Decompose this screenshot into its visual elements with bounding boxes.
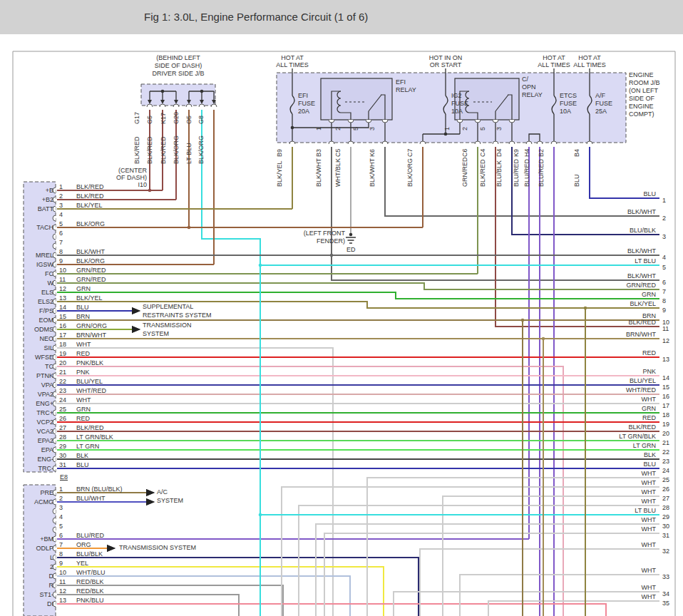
engine-room-jb-label: (ON LEFT xyxy=(629,87,658,95)
wire-color-label: LT BLU xyxy=(567,507,656,515)
right-edge-pin-number: 1 xyxy=(662,197,666,205)
pin-number: 16 xyxy=(59,322,66,330)
pin-number: 5 xyxy=(59,523,63,530)
wire-color-label: BLK/ORG xyxy=(76,220,105,228)
wire-color-label: YEL xyxy=(76,560,88,568)
wire-color-label: GRN xyxy=(76,406,91,414)
jb-pin-id: G8 xyxy=(197,115,205,124)
system-ref-label: SYSTEM xyxy=(143,330,169,338)
right-edge-pin-number: 23 xyxy=(662,458,669,466)
connector-id-e8: E8 xyxy=(60,473,68,481)
system-ref-label: SUPPLEMENTAL xyxy=(143,303,193,311)
connector-arc-icon xyxy=(537,141,543,144)
system-ref-arrow-icon xyxy=(132,307,140,314)
pin-name: L xyxy=(20,554,53,562)
pin-name: VCA2 xyxy=(20,428,53,436)
system-ref-arrow-icon xyxy=(107,545,115,552)
wire-color-label: WHT xyxy=(567,488,656,496)
relay-pin-number: 3 xyxy=(495,127,503,130)
pin-number: 13 xyxy=(59,597,66,605)
connector-arc-icon xyxy=(526,141,532,144)
connector-arc-icon xyxy=(160,104,165,107)
junction-dot xyxy=(349,233,353,237)
wire-color-label: PNK/BLU xyxy=(76,597,104,605)
pin-number: 17 xyxy=(59,332,66,339)
wire-color-label: BLK/YEL xyxy=(76,202,103,210)
wire-color-label: WHT xyxy=(567,593,656,601)
connector-arc-icon xyxy=(289,141,295,144)
pin-name: EPA xyxy=(20,446,53,454)
pin-name: ENG+ xyxy=(20,400,53,408)
jb-pin-id: B2 xyxy=(538,149,545,157)
connector-arc-icon xyxy=(509,120,515,123)
wire-color-label: WHT xyxy=(76,396,91,404)
right-edge-pin-number: 13 xyxy=(662,356,669,364)
ground-id-ed: ED xyxy=(346,246,356,254)
wire-color-label: LT BLU xyxy=(185,143,193,164)
junction-dot xyxy=(542,337,545,341)
wire-color-label: BLU xyxy=(76,461,89,469)
pin-number: 22 xyxy=(59,378,66,386)
right-edge-pin-number: 25 xyxy=(662,476,669,484)
pin-number: 5 xyxy=(59,220,63,228)
wire-color-label: BLU/YEL xyxy=(567,377,656,385)
pin-name: VPA xyxy=(20,381,53,389)
right-edge-pin-number: 21 xyxy=(662,439,669,447)
wire-color-label: BLK/WHT xyxy=(76,248,105,256)
system-ref-arrow-icon xyxy=(146,489,155,496)
junction-dot xyxy=(148,189,152,192)
right-edge-pin-number: 24 xyxy=(662,467,669,475)
jb-pin-id: K6 xyxy=(369,149,376,157)
pin-name: TC xyxy=(20,363,53,371)
relay-pin-number: 1 xyxy=(443,127,451,130)
wire-color-label: RED/BLK xyxy=(76,578,104,586)
pin-number: 6 xyxy=(59,532,63,540)
pin-number: 1 xyxy=(59,486,63,493)
pin-number: 31 xyxy=(59,461,66,469)
right-edge-pin-number: 19 xyxy=(662,421,669,428)
connector-arc-icon xyxy=(186,104,192,107)
right-edge-pin-number: 28 xyxy=(662,504,669,512)
right-edge-pin-number: 31 xyxy=(662,532,669,540)
pin-number: 10 xyxy=(59,569,66,577)
relay-pin-number: 1 xyxy=(315,127,323,130)
splice-id-i10: I10 xyxy=(90,181,147,189)
right-edge-pin-number: 26 xyxy=(662,486,669,493)
connector-arc-icon xyxy=(475,120,481,123)
wire-color-label: BLK/RED xyxy=(146,136,154,164)
jb-pin-id: C6 xyxy=(461,148,469,157)
pin-number: 21 xyxy=(59,369,66,376)
system-ref-arrow-icon xyxy=(146,498,155,505)
pin-name: PRE xyxy=(20,489,53,497)
pin-name: PTNK xyxy=(20,372,53,380)
right-edge-pin-number: 11 xyxy=(662,325,669,333)
pin-name: R xyxy=(20,582,53,590)
junction-dot xyxy=(444,133,448,136)
pin-number: 25 xyxy=(59,406,66,414)
junction-dot xyxy=(200,90,204,93)
pin-number: 7 xyxy=(59,541,63,549)
junction-dot xyxy=(291,126,294,130)
engine-room-jb-label: ROOM J/B xyxy=(629,79,660,87)
pin-number: 3 xyxy=(59,504,63,512)
connector-arc-icon xyxy=(382,120,388,123)
pin-number: 14 xyxy=(59,304,66,312)
wire-color-label: BRN/WHT xyxy=(567,331,656,339)
pin-name: TACH xyxy=(20,224,53,232)
pin-number: 8 xyxy=(59,550,63,558)
connector-arc-icon xyxy=(382,141,388,144)
connector-arc-icon xyxy=(211,104,217,107)
pin-name: IGSW xyxy=(20,261,53,269)
wiring-diagram-page: Fig 1: 3.0L, Engine Performance Circuit … xyxy=(0,0,683,616)
left-front-fender-note: (LEFT FRONT xyxy=(274,230,345,237)
right-edge-pin-number: 14 xyxy=(662,374,669,382)
pin-number: 27 xyxy=(59,424,66,432)
relay-box xyxy=(455,78,519,120)
right-edge-pin-number: 33 xyxy=(662,573,669,581)
wire-BLK/WHT xyxy=(385,147,659,216)
wire-color-label: PNK/BLK xyxy=(76,359,103,367)
wire-color-label: BLU/RED xyxy=(513,159,520,187)
relay-pin-number: 3 xyxy=(369,127,376,130)
right-edge-pin-number: 32 xyxy=(662,548,669,555)
pin-number: 18 xyxy=(59,341,66,349)
